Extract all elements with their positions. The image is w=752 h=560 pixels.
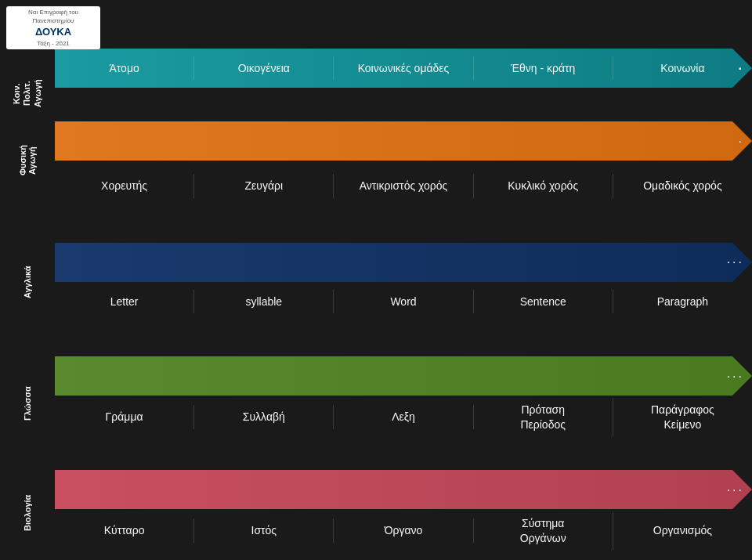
cell-2-4: Κυκλικό χορός xyxy=(474,174,613,197)
band-agglika xyxy=(55,243,752,282)
cell-4-5: Παράγραφος Κείμενο xyxy=(613,398,752,435)
band-glossa xyxy=(55,356,752,396)
cell-5-2: Ιστός xyxy=(194,518,334,542)
cell-3-3: Word xyxy=(334,290,473,313)
cell-5-3: Όργανο xyxy=(334,518,473,542)
band-inner-2 xyxy=(55,121,752,161)
band-inner-5 xyxy=(55,470,752,509)
cell-3-1: Letter xyxy=(55,290,194,313)
cell-row-3: Letter syllable Word Sentence Paragraph xyxy=(55,282,752,321)
cell-4-2: Συλλαβή xyxy=(194,405,334,428)
logo-university-text: Ναι Επιγραφή τουΠανεπιστημίου ΔΟΥΚΑ Τάξη… xyxy=(28,8,78,49)
sidebar-label-row4: Γλώσσα xyxy=(0,352,55,454)
cell-2-2: Ζευγάρι xyxy=(194,174,334,197)
cell-1-5: Κοινωνία xyxy=(613,56,752,80)
cell-3-2: syllable xyxy=(194,290,334,313)
cell-4-1: Γράμμα xyxy=(55,405,194,428)
ellipsis-band5: ··· xyxy=(727,483,744,497)
sidebar-label-row2: Φυσική Αγωγή xyxy=(0,110,55,211)
cell-5-5: Οργανισμός xyxy=(613,518,752,542)
cell-row-2: Χορευτής Ζευγάρι Αντικριστός χορός Κυκλι… xyxy=(55,164,752,208)
cell-3-5: Paragraph xyxy=(613,290,752,313)
cell-1-2: Οικογένεια xyxy=(194,56,334,80)
ellipsis-band4: ··· xyxy=(727,370,744,384)
ellipsis-band2: · xyxy=(739,135,744,149)
sidebar-label-row3: Αγγλικά xyxy=(0,235,55,329)
cell-row-4: Γράμμα Συλλαβή Λεξη Πρόταση Περίοδος Παρ… xyxy=(55,396,752,439)
cell-2-5: Ομαδικός χορός xyxy=(613,174,752,197)
cell-5-1: Κύτταρο xyxy=(55,518,194,542)
logo-area: Ναι Επιγραφή τουΠανεπιστημίου ΔΟΥΚΑ Τάξη… xyxy=(6,6,100,49)
cell-1-3: Κοινωνικές ομάδες xyxy=(334,56,473,80)
cell-1-1: Άτομο xyxy=(55,56,194,80)
cell-2-3: Αντικριστός χορός xyxy=(334,174,473,197)
cell-row-1: Άτομο Οικογένεια Κοινωνικές ομάδες Έθνη … xyxy=(55,49,752,88)
cell-row-5: Κύτταρο Ιστός Όργανο Σύστημα Οργάνων Οργ… xyxy=(55,509,752,552)
sidebar-label-row5: Βιολογία xyxy=(0,466,55,560)
cell-4-4: Πρόταση Περίοδος xyxy=(474,398,613,435)
cell-3-4: Sentence xyxy=(474,290,613,313)
cell-5-4: Σύστημα Οργάνων xyxy=(474,511,613,549)
cell-1-4: Έθνη - κράτη xyxy=(474,56,613,80)
band-viologia xyxy=(55,470,752,509)
band-inner-4 xyxy=(55,356,752,396)
ellipsis-band1: · xyxy=(739,62,744,76)
cell-2-1: Χορευτής xyxy=(55,174,194,197)
ellipsis-band3: ··· xyxy=(727,255,744,269)
cell-4-3: Λεξη xyxy=(334,405,473,428)
logo-brand: ΔΟΥΚΑ xyxy=(35,26,71,38)
band-fysiki xyxy=(55,121,752,161)
band-inner-3 xyxy=(55,243,752,282)
